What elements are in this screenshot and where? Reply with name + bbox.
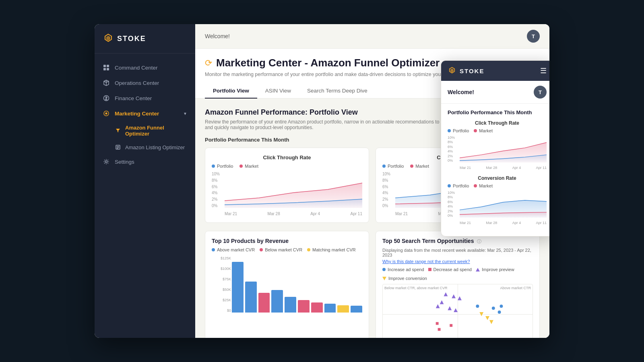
amazon-funnel-label: Amazon Funnel Optimizer <box>125 125 187 137</box>
bar-5 <box>285 297 296 313</box>
ctr-y-labels: 10% 8% 6% 4% 2% 0% <box>212 172 224 208</box>
floating-cvr-chart-area: 10% 8% 6% 4% 2% 0% <box>448 191 547 225</box>
scatter-preview-legend: Improve preview <box>476 267 514 272</box>
search-terms-title: Top 50 Search Term Opportunities ⓘ <box>382 238 533 245</box>
sidebar-subnav: Amazon Funnel Optimizer Amazon Listing O… <box>95 121 195 154</box>
sidebar-item-command-center[interactable]: Command Center <box>95 60 195 75</box>
sidebar-item-operations-center[interactable]: Operations Center <box>95 75 195 90</box>
tab-search-terms[interactable]: Search Terms Deep Dive <box>299 84 376 99</box>
floating-cvr-chart: Conversion Rate Portfolio Market 10% 8% <box>448 175 547 225</box>
top-bar: Welcome! T <box>195 24 549 49</box>
preview-label: Improve preview <box>482 267 514 272</box>
floating-ctr-portfolio: Portfolio <box>448 128 469 133</box>
top-products-card: Top 10 Products by Revenue Above market … <box>205 231 369 338</box>
cvr-y-labels: 10% 8% 6% 4% 2% 0% <box>382 172 394 208</box>
floating-ctr-chart-area: 10% 8% 6% 4% 2% 0% <box>448 136 547 170</box>
conversion-triangle <box>382 277 386 280</box>
bar-8 <box>324 304 336 313</box>
scatter-legend: Increase ad spend Decrease ad spend Impr… <box>382 267 533 281</box>
market-dot <box>239 165 243 168</box>
svg-point-7 <box>105 113 107 115</box>
floating-logo: STOKE <box>448 66 484 75</box>
floating-cvr-market-label: Market <box>479 183 493 188</box>
command-center-label: Command Center <box>115 65 158 71</box>
bar-y-labels: $125K $100K $75K $50K $25K $0 <box>212 256 231 313</box>
scatter-conversion-legend: Improve conversion <box>382 276 427 281</box>
bar-7 <box>311 302 323 313</box>
svg-marker-14 <box>452 294 456 298</box>
floating-cvr-x-labels: Mar 21 Mar 28 Apr 4 Apr 11 <box>460 221 547 225</box>
svg-marker-1 <box>106 36 110 41</box>
floating-cvr-market: Market <box>474 183 493 188</box>
bar-6 <box>298 300 310 313</box>
svg-rect-29 <box>450 324 452 327</box>
floating-user-avatar[interactable]: T <box>534 86 547 99</box>
scatter-chart-area: Below market CTR, above market CVR Above… <box>382 284 533 338</box>
stoke-logo-icon <box>103 33 114 44</box>
chevron-down-icon: ▼ <box>183 111 187 116</box>
bottom-charts-grid: Top 10 Products by Revenue Above market … <box>205 231 540 338</box>
bar-9 <box>337 305 349 313</box>
scatter-decrease-legend: Decrease ad spend <box>428 267 472 272</box>
funnel-icon <box>115 128 121 134</box>
svg-marker-19 <box>454 308 458 312</box>
tab-asin-view[interactable]: ASIN View <box>257 84 299 99</box>
bar-chart-legend: Above market CVR Below market CVR Matchi… <box>212 247 362 252</box>
scatter-increase-legend: Increase ad spend <box>382 267 424 272</box>
svg-marker-21 <box>485 316 489 320</box>
cvr-portfolio-dot <box>382 165 386 168</box>
svg-rect-27 <box>436 322 439 325</box>
ctr-chart-area: 10% 8% 6% 4% 2% 0% <box>212 172 362 216</box>
subnav-item-amazon-listing[interactable]: Amazon Listing Optimizer <box>95 140 195 154</box>
page-title: Marketing Center - Amazon Funnel Optimiz… <box>216 57 440 69</box>
above-market-dot <box>212 248 215 251</box>
conversion-label: Improve conversion <box>388 276 427 281</box>
floating-ctr-market-label: Market <box>479 128 493 133</box>
target-icon <box>103 110 110 117</box>
portfolio-dot <box>212 165 215 168</box>
cvr-legend-portfolio: Portfolio <box>382 164 404 169</box>
ctr-legend-portfolio: Portfolio <box>212 164 233 169</box>
floating-cvr-portfolio-label: Portfolio <box>453 183 469 188</box>
floating-panel: STOKE ☰ Welcome! T Portfolio Performance… <box>441 60 549 237</box>
sidebar-item-settings[interactable]: Settings <box>95 154 195 169</box>
increase-label: Increase ad spend <box>388 267 424 272</box>
above-market-label: Above market CVR <box>217 247 255 252</box>
svg-point-24 <box>492 306 495 310</box>
ctr-x-labels: Mar 21 Mar 28 Apr 4 Apr 11 <box>225 212 362 216</box>
floating-ctr-svg <box>460 136 547 162</box>
user-avatar[interactable]: T <box>527 30 540 43</box>
finance-center-label: Finance Center <box>115 95 152 101</box>
below-market-dot <box>260 248 263 251</box>
svg-rect-28 <box>438 328 441 331</box>
scatter-date-info: Displaying data from the most recent wee… <box>382 248 533 257</box>
matching-market-legend: Matching market CVR <box>307 247 356 252</box>
scatter-link[interactable]: Why is this date range not the current w… <box>382 259 533 264</box>
svg-marker-31 <box>450 69 454 72</box>
floating-logo-text: STOKE <box>460 68 484 74</box>
floating-panel-header: STOKE ☰ <box>441 61 549 81</box>
floating-ctr-title: Click Through Rate <box>448 120 547 126</box>
svg-marker-17 <box>448 306 452 310</box>
svg-point-23 <box>476 304 479 308</box>
sidebar-item-marketing-center[interactable]: Marketing Center ▼ <box>95 106 195 121</box>
info-icon: ⓘ <box>477 239 481 244</box>
sidebar-item-finance-center[interactable]: Finance Center <box>95 90 195 106</box>
floating-cvr-y-labels: 10% 8% 6% 4% 2% 0% <box>448 191 459 218</box>
page-title-icon: ⟳ <box>205 58 212 68</box>
floating-ctr-chart: Click Through Rate Portfolio Market 10% … <box>448 120 547 170</box>
bar-4 <box>271 290 283 313</box>
bar-1 <box>232 262 244 313</box>
floating-ctr-legend: Portfolio Market <box>448 128 547 133</box>
sidebar-navigation: Command Center Operations Center <box>95 53 195 338</box>
hamburger-icon[interactable]: ☰ <box>540 66 547 75</box>
subnav-item-amazon-funnel[interactable]: Amazon Funnel Optimizer <box>95 121 195 140</box>
tab-portfolio-view[interactable]: Portfolio View <box>205 84 257 99</box>
floating-cvr-portfolio: Portfolio <box>448 183 469 188</box>
sidebar-app-name: STOKE <box>117 35 146 43</box>
sidebar-logo: STOKE <box>95 24 195 53</box>
bar-chart-area: $125K $100K $75K $50K $25K $0 <box>212 256 362 321</box>
floating-content: Portfolio Performance This Month Click T… <box>441 104 549 236</box>
ctr-chart-title: Click Through Rate <box>212 154 362 160</box>
svg-marker-15 <box>440 300 444 304</box>
